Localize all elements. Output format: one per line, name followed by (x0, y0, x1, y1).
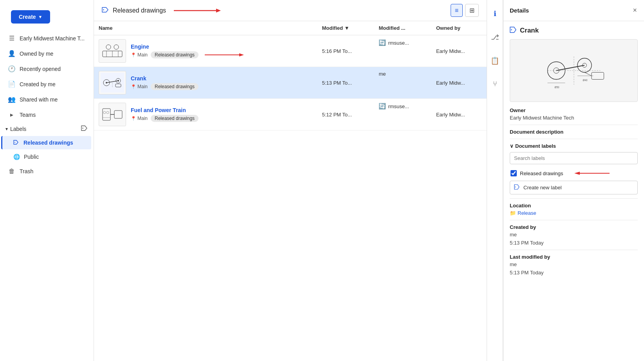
sidebar-item-owned-by-me[interactable]: 👤 Owned by me (2, 46, 91, 61)
owner-value: Early Midwest Machine Tech (510, 115, 638, 121)
topbar-arrow-indicator (174, 7, 221, 14)
details-header: Details × (503, 0, 644, 21)
col-name[interactable]: Name (94, 21, 317, 35)
grid-view-button[interactable]: ⊞ (465, 4, 479, 17)
modified-by-cell: me (374, 67, 431, 81)
labels-header-label: Labels (10, 126, 26, 132)
documents-table: Name Modified ▼ Modified ... Owned by (94, 21, 487, 131)
col-modified[interactable]: Modified ▼ (317, 21, 374, 35)
table-row[interactable]: Crank 📍 Main Released drawings (94, 67, 487, 99)
released-drawings-checkbox[interactable] (511, 170, 517, 176)
last-modified-time: 5:13 PM Today (510, 270, 638, 276)
chevron-down-icon: ∨ (510, 143, 514, 149)
document-icon: 📄 (8, 80, 16, 88)
col-owned-by[interactable]: Owned by (431, 21, 487, 35)
user-sync-icon: 🔄 (379, 103, 386, 110)
location-link[interactable]: 📁 Release (510, 210, 638, 216)
table-row[interactable]: Engine 📍 Main Released drawings (94, 35, 487, 67)
sidebar-item-released-drawings[interactable]: Released drawings (1, 136, 91, 149)
details-versions-tab[interactable]: ⑂ (490, 75, 500, 93)
svg-marker-4 (216, 9, 221, 13)
table-row[interactable]: Fuel and Power Train 📍 Main Released dra… (94, 99, 487, 131)
labels-section-header[interactable]: ▾ Labels (0, 122, 94, 136)
released-drawings-label-icon (13, 140, 20, 146)
branch-pin-icon: 📍 (131, 53, 136, 58)
created-time: 5:13 PM Today (510, 240, 638, 246)
divider (510, 198, 638, 199)
created-by-value: me (510, 232, 638, 238)
label-item: Released drawings (510, 168, 638, 178)
details-doc-title: Crank (510, 27, 638, 34)
doc-type-icon (510, 27, 517, 34)
create-label-icon (514, 184, 520, 191)
doc-labels-title: ∨ Document labels (510, 143, 556, 149)
sidebar-org-name[interactable]: ☰ Early Midwest Machine T... (2, 31, 91, 45)
location-label: Location (510, 203, 638, 209)
chevron-down-icon: ▾ (5, 126, 8, 132)
doc-branch: 📍 Main (131, 116, 148, 121)
sidebar-item-trash[interactable]: 🗑 Trash (2, 164, 91, 178)
details-title: Details (510, 7, 529, 14)
modified-cell: 5:16 PM To... (317, 35, 374, 67)
modified-cell: 5:12 PM To... (317, 99, 374, 131)
svg-point-1 (14, 142, 15, 143)
svg-point-46 (515, 187, 516, 187)
doc-label-tag[interactable]: Released drawings (151, 83, 198, 90)
topbar-title-text: Released drawings (113, 7, 166, 14)
sidebar: Create ▼ ☰ Early Midwest Machine T... 👤 … (0, 0, 94, 361)
create-button[interactable]: Create ▼ (11, 10, 50, 24)
people-icon: 👥 (8, 96, 16, 103)
recently-opened-label: Recently opened (20, 66, 61, 72)
sidebar-item-created-by-me[interactable]: 📄 Created by me (2, 77, 91, 91)
doc-label-tag[interactable]: Released drawings (151, 51, 198, 58)
documents-table-container: Name Modified ▼ Modified ... Owned by (94, 21, 487, 361)
col-modified-by[interactable]: Modified ... (374, 21, 431, 35)
main-content: Released drawings ≡ ⊞ Name (94, 0, 487, 361)
last-modified-value: me (510, 261, 638, 267)
divider (510, 125, 638, 125)
doc-branch: 📍 Main (131, 52, 148, 58)
last-modified-label: Last modified by (510, 254, 638, 260)
owned-by-me-label: Owned by me (20, 51, 53, 57)
doc-branch: 📍 Main (131, 84, 148, 89)
doc-name: Fuel and Power Train (131, 107, 198, 113)
sort-icon: ▼ (345, 25, 350, 31)
label-arrow-indicator (574, 171, 610, 176)
details-close-button[interactable]: × (632, 5, 638, 15)
create-new-label-button[interactable]: Create new label (510, 181, 638, 194)
public-label: Public (24, 154, 39, 160)
list-view-button[interactable]: ≡ (451, 4, 463, 17)
svg-point-18 (106, 82, 107, 83)
sidebar-item-public[interactable]: 🌐 Public (2, 150, 91, 163)
sidebar-item-shared-with-me[interactable]: 👥 Shared with me (2, 92, 91, 107)
svg-point-2 (103, 9, 104, 10)
sidebar-item-teams[interactable]: ▸ Teams (2, 107, 91, 122)
details-history-tab[interactable]: 📋 (487, 52, 502, 70)
owner-label: Owner (510, 107, 638, 113)
divider (510, 220, 638, 220)
modified-cell: 5:13 PM To... (317, 67, 374, 99)
doc-labels-header: ∨ Document labels (510, 143, 638, 149)
branch-pin-icon: 📍 (131, 84, 136, 89)
created-by-me-label: Created by me (20, 81, 56, 87)
doc-label-tag[interactable]: Released drawings (151, 115, 198, 122)
topbar: Released drawings ≡ ⊞ (94, 0, 487, 21)
create-button-label: Create (19, 14, 36, 20)
globe-icon: 🌐 (13, 154, 20, 160)
doc-thumbnail (99, 39, 126, 63)
doc-preview: Ø50 Ø40 (510, 39, 638, 102)
label-search-input[interactable] (510, 152, 638, 164)
svg-text:Ø50: Ø50 (554, 86, 559, 89)
modified-by-cell: 🔄 rmsuse... (374, 99, 431, 114)
teams-label: Teams (20, 112, 36, 118)
details-info-tab[interactable]: ℹ (491, 5, 500, 23)
engine-label-arrow (205, 52, 244, 58)
owner-cell: Early Midw... (431, 67, 487, 99)
clock-icon: 🕐 (8, 65, 16, 73)
details-content: Crank Ø50 Ø40 (503, 21, 644, 361)
label-add-icon[interactable] (81, 125, 88, 132)
details-share-tab[interactable]: ⎇ (488, 28, 502, 46)
sidebar-item-recently-opened[interactable]: 🕐 Recently opened (2, 62, 91, 76)
user-circle-icon: 👤 (8, 50, 16, 57)
shared-with-me-label: Shared with me (20, 96, 58, 103)
